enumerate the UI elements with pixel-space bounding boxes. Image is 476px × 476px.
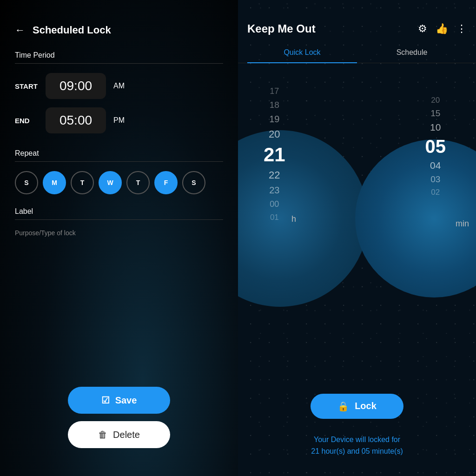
hour-above4: 17 [270, 86, 279, 96]
hour-below1: 22 [269, 169, 280, 181]
min-above3: 20 [431, 96, 440, 105]
buttons-area: ☑ Save 🗑 Delete [15, 237, 223, 476]
more-icon[interactable]: ⋮ [456, 23, 467, 35]
hours-column[interactable]: 17 18 19 20 21 22 23 00 01 [264, 86, 285, 222]
hour-below3: 00 [270, 199, 279, 209]
mins-column[interactable]: 20 15 10 05 04 03 02 [425, 96, 446, 197]
time-picker[interactable]: 17 18 19 20 21 22 23 00 01 h 20 15 10 05… [238, 63, 476, 394]
end-ampm[interactable]: PM [113, 116, 125, 125]
min-above1: 10 [430, 122, 441, 133]
label-input[interactable]: Purpose/Type of lock [15, 229, 223, 237]
start-time-display[interactable]: 09:00 [46, 73, 106, 99]
header-actions: ⚙ 👍 ⋮ [418, 23, 467, 35]
time-period-section: Time Period START 09:00 AM END 05:00 PM [15, 51, 223, 142]
label-section: Label Purpose/Type of lock [15, 207, 223, 237]
hour-below4: 01 [270, 213, 279, 222]
lock-button[interactable]: 🔒 Lock [311, 394, 403, 419]
trash-icon: 🗑 [98, 430, 107, 440]
day-button-5[interactable]: F [154, 171, 178, 194]
repeat-divider [15, 161, 223, 162]
day-button-4[interactable]: T [126, 171, 150, 194]
left-panel: ← Scheduled Lock Time Period START 09:00… [0, 0, 238, 476]
back-button[interactable]: ← [15, 24, 25, 36]
hour-below2: 23 [269, 185, 279, 196]
repeat-label: Repeat [15, 149, 223, 158]
label-divider [15, 219, 223, 220]
min-above2: 15 [430, 108, 440, 119]
divider [15, 63, 223, 64]
hour-above3: 18 [270, 100, 279, 110]
save-label: Save [115, 395, 137, 406]
status-text: Your Device will locked for21 hour(s) an… [238, 428, 476, 476]
end-time-row: END 05:00 PM [15, 107, 223, 133]
start-time-row: START 09:00 AM [15, 73, 223, 99]
hour-above2: 19 [269, 114, 279, 125]
end-time-display[interactable]: 05:00 [46, 107, 106, 133]
tab-quick-lock[interactable]: Quick Lock [247, 43, 357, 63]
tab-schedule[interactable]: Schedule [357, 43, 467, 63]
repeat-section: Repeat SMTWTFS [15, 149, 223, 194]
save-icon: ☑ [101, 395, 110, 406]
min-below2: 03 [430, 174, 440, 185]
right-panel: Keep Me Out ⚙ 👍 ⋮ Quick Lock Schedule 17… [238, 0, 476, 476]
page-title: Scheduled Lock [33, 24, 111, 36]
hour-selected: 21 [264, 144, 285, 165]
min-below1: 04 [430, 160, 441, 171]
day-button-6[interactable]: S [182, 171, 205, 194]
label-heading: Label [15, 207, 223, 216]
lock-btn-area: 🔒 Lock [238, 394, 476, 428]
hours-unit-label: h [291, 214, 296, 224]
start-ampm[interactable]: AM [113, 82, 125, 90]
settings-icon[interactable]: ⚙ [418, 23, 427, 35]
day-button-0[interactable]: S [15, 171, 38, 194]
left-header: ← Scheduled Lock [15, 0, 223, 51]
day-button-2[interactable]: T [71, 171, 94, 194]
delete-button[interactable]: 🗑 Delete [68, 421, 170, 448]
time-period-label: Time Period [15, 51, 223, 60]
mins-unit-label: min [456, 219, 469, 229]
min-below3: 02 [431, 188, 440, 197]
lock-label: Lock [355, 401, 377, 411]
days-row: SMTWTFS [15, 171, 223, 194]
day-button-1[interactable]: M [43, 171, 66, 194]
end-label: END [15, 117, 38, 125]
tabs-row: Quick Lock Schedule [238, 43, 476, 63]
lock-icon: 🔒 [337, 401, 349, 412]
delete-label: Delete [113, 430, 140, 440]
thumbsup-icon[interactable]: 👍 [436, 23, 448, 35]
right-header: Keep Me Out ⚙ 👍 ⋮ [238, 0, 476, 39]
app-title: Keep Me Out [247, 22, 316, 35]
save-button[interactable]: ☑ Save [68, 387, 170, 414]
hour-above1: 20 [269, 128, 280, 140]
start-label: START [15, 82, 38, 90]
day-button-3[interactable]: W [99, 171, 122, 194]
min-selected: 05 [425, 136, 446, 157]
